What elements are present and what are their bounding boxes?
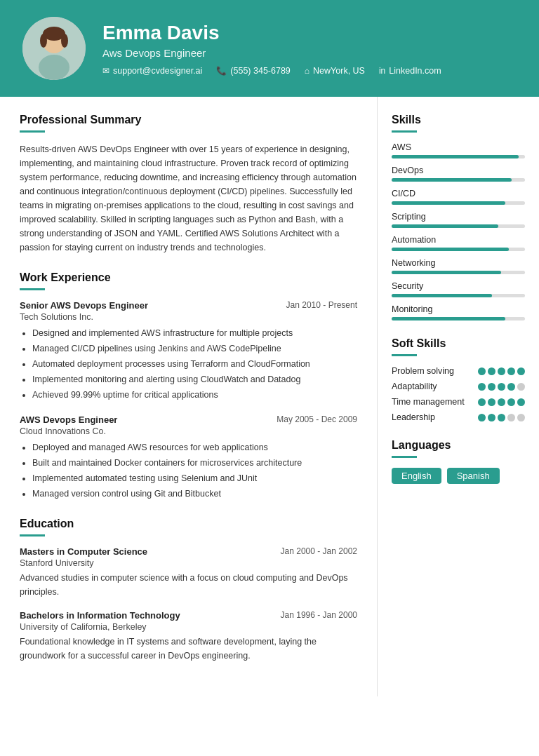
email-text: support@cvdesigner.ai — [113, 66, 202, 76]
dot — [478, 367, 486, 375]
contact-phone: 📞 (555) 345-6789 — [216, 66, 290, 76]
dot — [507, 398, 515, 406]
bullet-item: Achieved 99.99% uptime for critical appl… — [32, 388, 357, 402]
soft-skill-item: Time management — [392, 397, 525, 407]
job-dates: May 2005 - Dec 2009 — [277, 414, 357, 424]
soft-skill-name: Leadership — [392, 412, 478, 422]
skill-dots — [478, 367, 525, 375]
job-title: Senior AWS Devops Engineer — [20, 300, 148, 311]
summary-title: Professional Summary — [20, 114, 357, 126]
language-tag: English — [392, 468, 441, 484]
soft-skill-item: Leadership — [392, 412, 525, 422]
edu-header: Bachelors in Information Technology Jan … — [20, 610, 357, 621]
skill-dots — [478, 383, 525, 391]
phone-icon: 📞 — [216, 66, 227, 76]
education-divider — [20, 534, 45, 536]
dot — [507, 383, 515, 391]
skill-bar-bg — [392, 271, 525, 274]
edu-block: Bachelors in Information Technology Jan … — [20, 610, 357, 663]
soft-skills-divider — [392, 354, 417, 356]
contact-row: ✉ support@cvdesigner.ai 📞 (555) 345-6789… — [102, 66, 517, 76]
language-tag: Spanish — [447, 468, 500, 484]
bullet-item: Managed CI/CD pipelines using Jenkins an… — [32, 342, 357, 356]
skill-name: DevOps — [392, 166, 525, 175]
skill-bar-bg — [392, 317, 525, 320]
edu-dates: Jan 1996 - Jan 2000 — [281, 610, 357, 620]
skills-container: AWS DevOps CI/CD Scripting Automation Ne… — [392, 142, 525, 320]
dot — [488, 383, 495, 391]
skill-item: CI/CD — [392, 189, 525, 205]
languages-divider — [392, 456, 417, 458]
bullet-item: Implemented automated testing using Sele… — [32, 471, 357, 485]
skill-bar-fill — [392, 317, 505, 320]
edu-header: Masters in Computer Science Jan 2000 - J… — [20, 546, 357, 557]
skill-item: AWS — [392, 142, 525, 158]
education-title: Education — [20, 518, 357, 530]
dot — [478, 398, 486, 406]
header-info: Emma Davis Aws Devops Engineer ✉ support… — [102, 22, 517, 76]
summary-section: Professional Summary Results-driven AWS … — [20, 114, 357, 255]
soft-skills-section: Soft Skills Problem solving Adaptability… — [392, 337, 525, 422]
skill-bar-fill — [392, 201, 505, 205]
svg-point-1 — [39, 55, 69, 80]
skills-divider — [392, 130, 417, 133]
dot — [478, 383, 486, 391]
skill-bar-fill — [392, 271, 501, 274]
job-company: Cloud Innovations Co. — [20, 426, 357, 436]
jobs-container: Senior AWS Devops Engineer Jan 2010 - Pr… — [20, 300, 357, 501]
job-bullets: Designed and implemented AWS infrastruct… — [20, 326, 357, 402]
skill-bar-bg — [392, 201, 525, 205]
skill-name: Automation — [392, 235, 525, 245]
edu-school: Stanford University — [20, 558, 357, 568]
skill-bar-fill — [392, 155, 519, 158]
job-company: Tech Solutions Inc. — [20, 312, 357, 322]
linkedin-icon: in — [379, 66, 385, 76]
job-block: Senior AWS Devops Engineer Jan 2010 - Pr… — [20, 300, 357, 402]
soft-skill-name: Adaptability — [392, 382, 478, 391]
edu-desc: Advanced studies in computer science wit… — [20, 571, 357, 599]
skill-item: Security — [392, 281, 525, 297]
edu-block: Masters in Computer Science Jan 2000 - J… — [20, 546, 357, 599]
dot — [498, 367, 505, 375]
skill-name: AWS — [392, 142, 525, 152]
skill-name: Monitoring — [392, 304, 525, 314]
resume-header: Emma Davis Aws Devops Engineer ✉ support… — [0, 0, 539, 97]
skill-dots — [478, 414, 525, 421]
soft-skills-title: Soft Skills — [392, 337, 525, 350]
job-title: AWS Devops Engineer — [20, 414, 117, 425]
dot — [507, 414, 515, 421]
bullet-item: Automated deployment processes using Ter… — [32, 357, 357, 371]
bullet-item: Managed version control using Git and Bi… — [32, 487, 357, 501]
soft-skill-item: Adaptability — [392, 382, 525, 391]
skill-item: Automation — [392, 235, 525, 251]
linkedin-text: LinkedIn.com — [389, 66, 441, 76]
summary-text: Results-driven AWS DevOps Engineer with … — [20, 142, 357, 255]
dot — [517, 398, 525, 406]
bullet-item: Built and maintained Docker containers f… — [32, 456, 357, 470]
avatar — [22, 17, 86, 80]
skills-section: Skills AWS DevOps CI/CD Scripting Automa… — [392, 114, 525, 320]
dot — [507, 367, 515, 375]
job-header: Senior AWS Devops Engineer Jan 2010 - Pr… — [20, 300, 357, 311]
location-text: NewYork, US — [313, 66, 365, 76]
phone-text: (555) 345-6789 — [230, 66, 290, 76]
job-header: AWS Devops Engineer May 2005 - Dec 2009 — [20, 414, 357, 425]
soft-skill-name: Time management — [392, 397, 478, 407]
edu-degree: Bachelors in Information Technology — [20, 610, 180, 621]
dot — [488, 367, 495, 375]
location-icon: ⌂ — [305, 66, 310, 76]
languages-title: Languages — [392, 439, 525, 452]
skill-item: DevOps — [392, 166, 525, 182]
skill-bar-fill — [392, 294, 492, 297]
skill-bar-bg — [392, 224, 525, 228]
edu-degree: Masters in Computer Science — [20, 546, 147, 557]
skill-name: Networking — [392, 258, 525, 268]
skill-bar-bg — [392, 155, 525, 158]
email-icon: ✉ — [102, 66, 109, 76]
education-section: Education Masters in Computer Science Ja… — [20, 518, 357, 663]
job-bullets: Deployed and managed AWS resources for w… — [20, 440, 357, 501]
skill-item: Monitoring — [392, 304, 525, 320]
svg-point-5 — [61, 34, 68, 48]
work-title: Work Experience — [20, 271, 357, 284]
skill-name: Scripting — [392, 212, 525, 222]
